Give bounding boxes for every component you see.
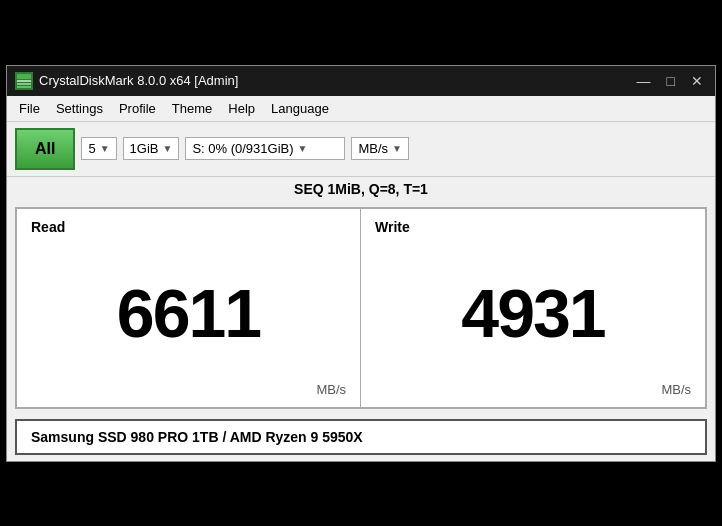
status-bar: Samsung SSD 980 PRO 1TB / AMD Ryzen 9 59…: [15, 419, 707, 455]
svg-rect-4: [17, 86, 31, 88]
main-window: CrystalDiskMark 8.0.0 x64 [Admin] — □ ✕ …: [6, 65, 716, 462]
window-controls: — □ ✕: [633, 73, 707, 89]
menu-help[interactable]: Help: [220, 98, 263, 119]
write-unit: MB/s: [661, 382, 691, 397]
read-label: Read: [31, 219, 346, 235]
write-cell: Write 4931 MB/s: [361, 208, 706, 408]
toolbar: All 5 ▼ 1GiB ▼ S: 0% (0/931GiB) ▼ MB/s ▼: [7, 122, 715, 177]
drive-dropdown[interactable]: S: 0% (0/931GiB) ▼: [185, 137, 345, 160]
unit-value: MB/s: [358, 141, 388, 156]
size-dropdown[interactable]: 1GiB ▼: [123, 137, 180, 160]
read-cell: Read 6611 MB/s: [16, 208, 361, 408]
drive-value: S: 0% (0/931GiB): [192, 141, 293, 156]
loops-value: 5: [88, 141, 95, 156]
loops-arrow: ▼: [100, 143, 110, 154]
menu-profile[interactable]: Profile: [111, 98, 164, 119]
svg-rect-2: [17, 80, 31, 82]
size-arrow: ▼: [163, 143, 173, 154]
minimize-button[interactable]: —: [633, 73, 655, 89]
window-title: CrystalDiskMark 8.0.0 x64 [Admin]: [39, 73, 633, 88]
seq-label: SEQ 1MiB, Q=8, T=1: [294, 181, 428, 197]
maximize-button[interactable]: □: [663, 73, 679, 89]
title-bar: CrystalDiskMark 8.0.0 x64 [Admin] — □ ✕: [7, 66, 715, 96]
menu-bar: File Settings Profile Theme Help Languag…: [7, 96, 715, 122]
menu-language[interactable]: Language: [263, 98, 337, 119]
status-text: Samsung SSD 980 PRO 1TB / AMD Ryzen 9 59…: [31, 429, 363, 445]
results-grid: Read 6611 MB/s Write 4931 MB/s: [15, 207, 707, 409]
menu-settings[interactable]: Settings: [48, 98, 111, 119]
read-value: 6611: [31, 239, 346, 387]
seq-label-row: SEQ 1MiB, Q=8, T=1: [7, 177, 715, 201]
app-icon: [15, 72, 33, 90]
write-label: Write: [375, 219, 691, 235]
svg-rect-3: [17, 83, 31, 85]
all-button[interactable]: All: [15, 128, 75, 170]
close-button[interactable]: ✕: [687, 73, 707, 89]
svg-rect-1: [17, 74, 31, 79]
unit-arrow: ▼: [392, 143, 402, 154]
loops-dropdown[interactable]: 5 ▼: [81, 137, 116, 160]
size-value: 1GiB: [130, 141, 159, 156]
unit-dropdown[interactable]: MB/s ▼: [351, 137, 409, 160]
drive-arrow: ▼: [298, 143, 308, 154]
write-value: 4931: [375, 239, 691, 387]
menu-theme[interactable]: Theme: [164, 98, 220, 119]
menu-file[interactable]: File: [11, 98, 48, 119]
read-unit: MB/s: [316, 382, 346, 397]
